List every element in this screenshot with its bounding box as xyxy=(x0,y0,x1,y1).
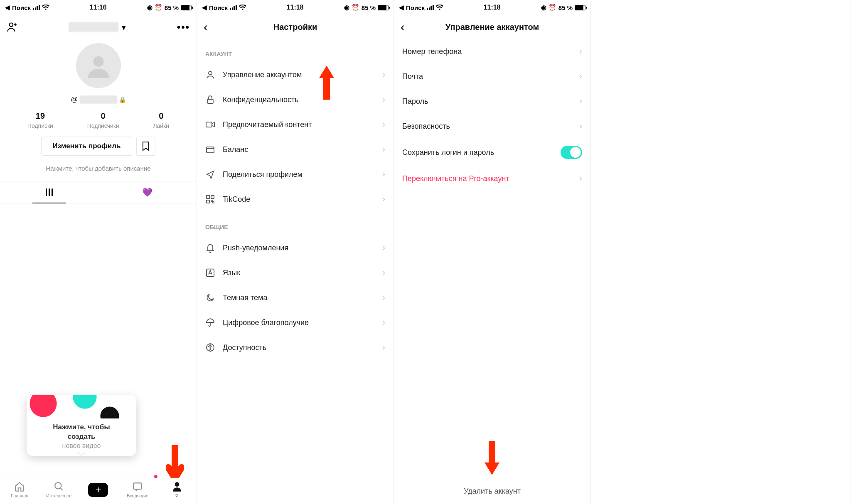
bio-hint[interactable]: Нажмите, чтобы добавить описание xyxy=(0,165,197,172)
avatar[interactable] xyxy=(76,43,121,88)
section-account-label: АККАУНТ xyxy=(197,39,394,62)
row-wellbeing[interactable]: Цифровое благополучие › xyxy=(197,310,394,335)
status-bar: ◀ Поиск 11:16 ◉ ⏰ 85 % xyxy=(0,0,197,15)
stat-followers-lbl: Подписчики xyxy=(87,122,119,129)
stat-followers[interactable]: 0 Подписчики xyxy=(87,111,119,129)
wifi-icon xyxy=(436,5,443,10)
lock-icon xyxy=(205,95,215,105)
battery-icon xyxy=(181,5,192,10)
back-to-search-icon[interactable]: ◀ xyxy=(5,4,10,11)
tab-grid[interactable] xyxy=(0,181,98,203)
tab-liked[interactable]: 💜 xyxy=(98,181,197,203)
menu-icon[interactable]: ••• xyxy=(177,21,190,33)
back-to-search-icon[interactable]: ◀ xyxy=(202,4,207,11)
row-phone[interactable]: Номер телефона › xyxy=(394,39,590,64)
row-balance[interactable]: Баланс › xyxy=(197,137,394,162)
row-accessibility[interactable]: Доступность › xyxy=(197,335,394,360)
svg-rect-4 xyxy=(133,483,142,489)
section-general-label: ОБЩИЕ xyxy=(197,212,394,235)
alarm-icon: ⏰ xyxy=(548,4,556,11)
cellular-icon xyxy=(33,5,40,10)
bottom-nav: Главная Интересное + Входящие Я xyxy=(0,475,197,504)
umbrella-icon xyxy=(205,318,215,328)
save-login-toggle[interactable] xyxy=(561,146,582,159)
row-password[interactable]: Пароль › xyxy=(394,89,590,114)
status-time: 11:18 xyxy=(246,4,344,11)
chevron-right-icon: › xyxy=(579,46,582,57)
stat-following[interactable]: 19 Подписки xyxy=(27,111,53,129)
row-push[interactable]: Push-уведомления › xyxy=(197,235,394,260)
panel-manage-account: ◀ Поиск 11:18 ◉ ⏰ 85 % ‹ Управление акка… xyxy=(394,0,591,504)
row-manage-account[interactable]: Управление аккаунтом › xyxy=(197,62,394,87)
wifi-icon xyxy=(239,5,246,10)
manage-header: ‹ Управление аккаунтом xyxy=(394,15,590,39)
plus-icon: + xyxy=(95,484,101,496)
nav-discover-label: Интересное xyxy=(46,493,71,498)
chevron-right-icon: › xyxy=(382,242,385,253)
page-title: Настройки xyxy=(197,22,394,32)
nav-home-label: Главная xyxy=(11,493,28,498)
add-friend-icon[interactable] xyxy=(7,22,17,32)
row-privacy[interactable]: Конфиденциальность › xyxy=(197,87,394,112)
row-language[interactable]: Язык › xyxy=(197,260,394,285)
edit-profile-button[interactable]: Изменить профиль xyxy=(41,137,132,156)
username-dropdown[interactable]: ▾ xyxy=(17,22,177,32)
nav-create[interactable]: + xyxy=(79,475,118,504)
row-label: Переключиться на Pro-аккаунт xyxy=(402,174,572,183)
svg-rect-2 xyxy=(172,445,178,470)
panel-profile: ◀ Поиск 11:16 ◉ ⏰ 85 % ▾ ••• @ 🔒 19 Подп xyxy=(0,0,197,504)
svg-rect-8 xyxy=(206,122,212,127)
row-email[interactable]: Почта › xyxy=(394,64,590,89)
nav-home[interactable]: Главная xyxy=(0,475,39,504)
stat-likes[interactable]: 0 Лайки xyxy=(153,111,169,129)
language-icon xyxy=(205,268,215,278)
bookmarks-button[interactable] xyxy=(136,137,155,156)
nav-inbox-label: Входящие xyxy=(127,493,148,498)
row-dark-mode[interactable]: Темная тема › xyxy=(197,285,394,310)
svg-point-17 xyxy=(210,345,211,346)
delete-account-button[interactable]: Удалить аккаунт xyxy=(394,479,590,504)
svg-point-1 xyxy=(93,56,103,67)
panel-filler xyxy=(591,0,851,504)
row-label: Безопасность xyxy=(402,122,572,131)
row-content-pref[interactable]: Предпочитаемый контент › xyxy=(197,112,394,137)
chevron-right-icon: › xyxy=(579,71,582,82)
status-search-label[interactable]: Поиск xyxy=(406,4,425,11)
row-pro-account[interactable]: Переключиться на Pro-аккаунт › xyxy=(394,166,590,191)
create-button[interactable]: + xyxy=(88,483,108,497)
chevron-right-icon: › xyxy=(579,173,582,184)
row-share-profile[interactable]: Поделиться профилем › xyxy=(197,162,394,187)
wallet-icon xyxy=(205,144,215,154)
status-bar: ◀ Поиск 11:18 ◉ ⏰ 85 % xyxy=(394,0,590,15)
person-icon xyxy=(172,481,182,492)
row-security[interactable]: Безопасность › xyxy=(394,114,590,139)
row-save-login[interactable]: Сохранить логин и пароль xyxy=(394,139,590,166)
back-to-search-icon[interactable]: ◀ xyxy=(399,4,404,11)
svg-rect-7 xyxy=(207,99,213,103)
nav-discover[interactable]: Интересное xyxy=(39,475,79,504)
nav-inbox[interactable]: Входящие xyxy=(118,475,157,504)
grid-icon xyxy=(46,188,53,196)
row-tikcode[interactable]: TikCode › xyxy=(197,187,394,212)
inbox-badge xyxy=(154,475,157,478)
heart-lock-icon: 💜 xyxy=(142,187,152,197)
username-handle[interactable]: @ 🔒 xyxy=(0,95,197,104)
create-tooltip[interactable]: Нажмите, чтобы создать новое видео xyxy=(27,395,136,456)
row-label: Номер телефона xyxy=(402,47,572,56)
moon-icon xyxy=(205,293,215,303)
battery-percent: 85 % xyxy=(362,4,376,11)
status-search-label[interactable]: Поиск xyxy=(12,4,31,11)
status-search-label[interactable]: Поиск xyxy=(209,4,228,11)
profile-header: ▾ ••• xyxy=(0,15,197,39)
chevron-right-icon: › xyxy=(382,342,385,353)
svg-rect-11 xyxy=(211,196,214,198)
row-label: Темная тема xyxy=(223,294,375,302)
share-icon xyxy=(205,169,215,179)
accessibility-icon xyxy=(205,343,215,352)
chevron-right-icon: › xyxy=(382,169,385,180)
stat-likes-lbl: Лайки xyxy=(153,122,169,129)
nav-profile[interactable]: Я xyxy=(157,475,197,504)
annotation-arrow-profile-tab xyxy=(166,442,184,478)
qr-icon xyxy=(205,194,215,204)
status-bar: ◀ Поиск 11:18 ◉ ⏰ 85 % xyxy=(197,0,394,15)
